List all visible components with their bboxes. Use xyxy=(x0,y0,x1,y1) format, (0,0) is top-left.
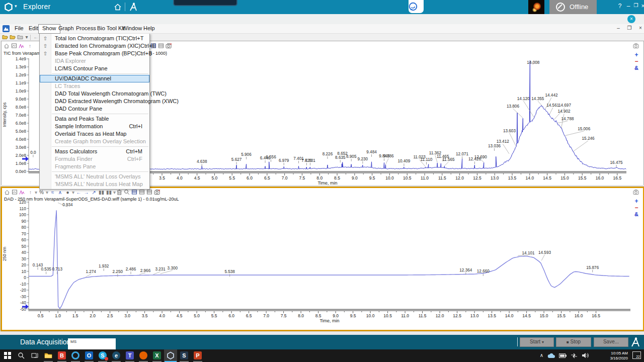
document-close-button[interactable]: × xyxy=(627,15,635,23)
new-folder-icon[interactable] xyxy=(17,34,25,40)
taskbar-app-b-icon[interactable]: B xyxy=(55,349,68,362)
save-button[interactable]: Save... xyxy=(594,337,628,347)
taskbar-edge-icon[interactable]: e xyxy=(110,349,123,362)
link-icon[interactable]: & xyxy=(630,65,642,71)
menu-item-overlaid-traces-as-heat-map[interactable]: Overlaid Traces as Heat Map xyxy=(40,130,149,138)
percent-offset-icon[interactable]: % xyxy=(38,189,45,196)
child-minimize-button[interactable]: – xyxy=(615,25,622,31)
menu-item-msms-all-neutral-loss-heat-map: 'MSMS ALL' Neutral Loss Heat Map xyxy=(40,180,149,188)
menu-item-mass-calculators[interactable]: Mass CalculatorsCtrl+M xyxy=(40,148,149,155)
menu-item-label: 'MSMS ALL' Neutral Loss Heat Map xyxy=(51,180,143,188)
ms-tab[interactable]: MS xyxy=(68,338,116,349)
menu-item-dad-extracted-wavelength-chromatogram-xwc[interactable]: DAD Extracted Wavelength Chromatogram (X… xyxy=(40,98,149,105)
onedrive-cloud-icon[interactable] xyxy=(547,353,555,359)
expand-icon[interactable]: ↑ xyxy=(26,43,34,49)
expand-icon[interactable]: ↑ xyxy=(27,189,34,196)
menu-item-label: IDA Explorer xyxy=(51,57,86,65)
taskbar-skype-icon[interactable]: S xyxy=(96,349,109,362)
open-file-icon[interactable] xyxy=(2,34,10,40)
shift-icon: ⇧ xyxy=(40,50,51,57)
redo-zoom-icon[interactable]: → xyxy=(83,189,90,196)
pane-layout-icon[interactable] xyxy=(11,43,19,49)
taskbar-app-s-icon[interactable]: S xyxy=(178,349,191,362)
taskbar-search-button[interactable] xyxy=(15,349,28,362)
sciex-logo-icon[interactable] xyxy=(4,3,13,12)
hist-caret-icon[interactable]: ▾ xyxy=(113,189,116,196)
close-button[interactable]: × xyxy=(639,3,644,10)
taskbar-app-ring-icon[interactable] xyxy=(69,349,82,362)
child-close-button[interactable]: × xyxy=(637,25,644,31)
expand-caret-icon[interactable]: ▾ xyxy=(34,189,38,196)
table2-icon[interactable] xyxy=(139,189,146,196)
pane-layout-icon[interactable] xyxy=(12,189,19,196)
histogram2-icon[interactable]: ▮▮ xyxy=(105,189,113,196)
menu-item-base-peak-chromatogram-bpc[interactable]: ⇧Base Peak Chromatogram (BPC)Ctrl+B xyxy=(40,50,149,57)
show-peaks-icon[interactable]: ∧ xyxy=(56,189,64,196)
offline-status[interactable]: Offline xyxy=(549,0,597,14)
menu-item-dad-total-wavelength-chromatogram-twc[interactable]: DAD Total Wavelength Chromatogram (TWC) xyxy=(40,90,149,98)
show-points-icon[interactable]: ● xyxy=(64,189,71,196)
folder-caret-icon[interactable]: ▾ xyxy=(25,34,29,40)
snapshot-icon[interactable] xyxy=(633,43,640,49)
battery-icon[interactable] xyxy=(559,353,567,358)
points-caret-icon[interactable]: ▾ xyxy=(71,189,75,196)
child-restore-button[interactable]: ❐ xyxy=(626,25,633,31)
peak-label-icon[interactable] xyxy=(19,189,27,196)
menubar-item-help[interactable]: Help xyxy=(140,24,158,33)
taskbar-powerpoint-icon[interactable]: P xyxy=(191,349,204,362)
speaker-icon[interactable] xyxy=(582,352,589,358)
taskbar-outlook-icon[interactable]: O xyxy=(83,349,96,362)
menu-item-uv-dad-adc-channel[interactable]: UV/DAD/ADC Channel xyxy=(40,75,149,82)
menu-item-total-ion-chromatogram-tic[interactable]: ⇧Total Ion Chromatogram (TIC)Ctrl+T xyxy=(40,35,149,42)
link-icon[interactable]: & xyxy=(630,211,642,218)
snapshot-icon[interactable] xyxy=(166,43,173,49)
home-graph-icon[interactable] xyxy=(4,43,11,49)
histogram-icon[interactable]: ▮▮ xyxy=(98,189,105,196)
menu-item-extracted-ion-chromatogram-xic[interactable]: ⇧Extracted Ion Chromatogram (XIC)Ctrl+E xyxy=(40,42,149,50)
clock[interactable]: 10:05 AM 3/16/2020 xyxy=(598,351,628,361)
menu-item-sample-information[interactable]: Sample InformationCtrl+I xyxy=(40,123,149,130)
zoom-icon[interactable] xyxy=(124,189,131,196)
help-button[interactable]: ? xyxy=(616,3,624,10)
home-graph-icon[interactable] xyxy=(4,189,12,196)
taskbar-teams-icon[interactable]: T xyxy=(123,349,136,362)
dock-icon[interactable] xyxy=(571,353,578,358)
start-button[interactable]: Start ▾ xyxy=(520,337,554,347)
percent-caret-icon[interactable]: ▾ xyxy=(45,189,49,196)
chat-tab[interactable] xyxy=(409,0,424,13)
notification-center[interactable]: 22 xyxy=(632,351,641,359)
table1-icon[interactable] xyxy=(131,189,139,196)
home-icon[interactable] xyxy=(114,3,122,11)
back-icon[interactable]: ← xyxy=(32,34,40,40)
taskbar-file-explorer-icon[interactable] xyxy=(42,349,55,362)
stop-button[interactable]: ■ Stop xyxy=(556,337,591,347)
taskbar-firefox-icon[interactable] xyxy=(137,349,150,362)
taskbar-excel-icon[interactable]: X xyxy=(150,349,164,362)
undo-zoom-icon[interactable]: ← xyxy=(75,189,83,196)
snapshot-icon[interactable] xyxy=(633,189,640,196)
explore-mode-icon[interactable] xyxy=(128,2,138,12)
menu-item-dad-contour-pane[interactable]: DAD Contour Pane xyxy=(40,105,149,113)
peak-label-icon[interactable] xyxy=(19,43,26,49)
taskbar-sciex-app-icon[interactable] xyxy=(164,349,177,362)
taskbar-start-button[interactable] xyxy=(1,349,14,362)
delete-pane-icon[interactable] xyxy=(116,189,124,196)
reset-zoom-icon[interactable]: ↗ xyxy=(90,189,98,196)
table3-icon[interactable] xyxy=(146,189,154,196)
menubar-item-file[interactable]: File xyxy=(11,24,27,33)
menu-item-label: LC/MS Contour Pane xyxy=(51,65,108,72)
app-menu-caret-icon[interactable]: ▾ xyxy=(15,4,17,9)
minimize-button[interactable]: – xyxy=(624,3,632,10)
menu-item-lc-ms-contour-pane[interactable]: LC/MS Contour Pane xyxy=(40,65,149,72)
zoom-out-icon[interactable]: − xyxy=(630,205,642,211)
open-recent-icon[interactable] xyxy=(10,34,17,40)
tray-time: 10:05 AM xyxy=(598,351,628,356)
menu-item-data-and-peaks-table[interactable]: Data and Peaks Table xyxy=(40,115,149,123)
zoom-out-icon[interactable]: − xyxy=(630,58,642,65)
menu-shortcut: Ctrl+M xyxy=(126,148,149,155)
taskbar-task-view-button[interactable] xyxy=(28,349,41,362)
baseline-icon[interactable]: ≈ xyxy=(49,189,56,196)
snapshot-icon[interactable] xyxy=(154,189,162,196)
dad-pane[interactable]: ↑▾%▾≈∧●▾←→↗▮▮▮▮▾ DAD - 250 nm from Verap… xyxy=(1,187,644,331)
tray-chevron-icon[interactable]: ∧ xyxy=(540,352,543,358)
